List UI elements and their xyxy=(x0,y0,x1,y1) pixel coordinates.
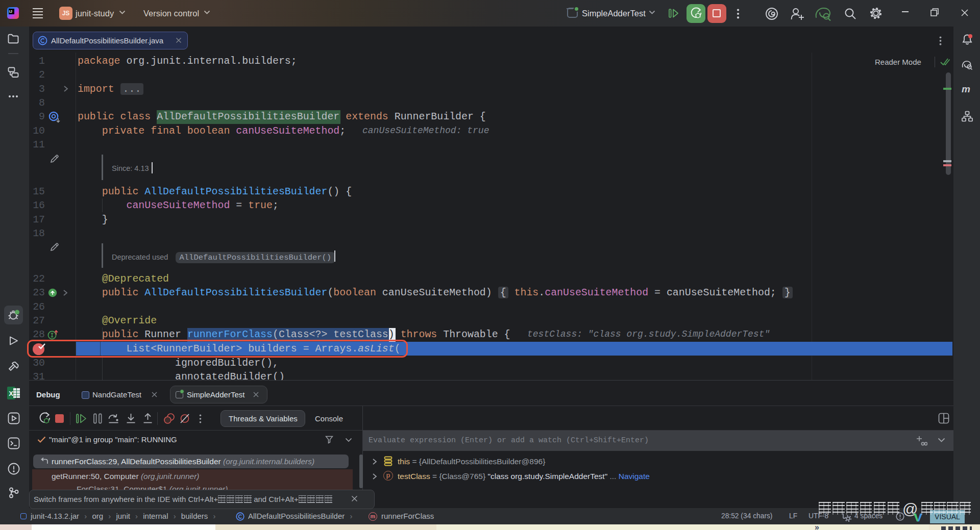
svg-text:X: X xyxy=(9,390,13,397)
